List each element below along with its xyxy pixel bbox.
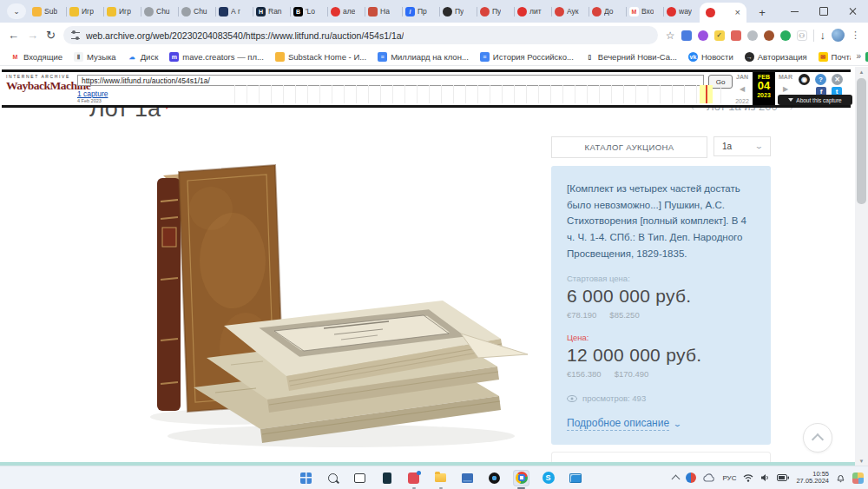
pinned-red-app-button[interactable]: [405, 470, 422, 486]
extension-gray-icon[interactable]: [747, 30, 758, 41]
file-explorer-button[interactable]: [432, 470, 449, 486]
browser-tab[interactable]: B 'Lo: [291, 0, 328, 23]
bookmark-item[interactable]: Ⅱ Музыка: [74, 52, 116, 62]
wayback-logo[interactable]: INTERNET ARCHIVE WaybackMachine: [6, 74, 76, 92]
bookmark-item[interactable]: ☁ Диск: [128, 52, 159, 62]
bookmark-star-icon[interactable]: ☆: [666, 30, 675, 42]
bookmark-item[interactable]: ≡ История Российско...: [480, 52, 574, 62]
music-icon: Ⅱ: [74, 52, 83, 62]
scrollbar-thumb[interactable]: [857, 78, 866, 204]
extensions-puzzle-icon[interactable]: ⚇: [797, 30, 807, 41]
browser-tab[interactable]: Chu: [141, 0, 179, 23]
start-button[interactable]: [298, 470, 314, 486]
search-button[interactable]: [325, 470, 341, 486]
tray-chevron-up-icon[interactable]: [672, 474, 681, 483]
bookmark-item[interactable]: Substack Home - И...: [275, 52, 366, 62]
close-toolbar-icon[interactable]: ✕: [832, 74, 843, 85]
bookmark-item[interactable]: m mave.creators — пл...: [169, 52, 264, 62]
site-info-icon[interactable]: [71, 32, 80, 39]
address-bar[interactable]: web.archive.org/web/20230204083540/https…: [63, 26, 658, 44]
outlook-button[interactable]: [459, 470, 476, 486]
bookmark-item[interactable]: ▯ Вечерний Нови-Са...: [585, 52, 677, 62]
browser-tab[interactable]: M Вхо: [627, 0, 664, 23]
back-button[interactable]: ←: [8, 29, 19, 42]
bookmark-item[interactable]: ✉ Почта: [819, 52, 854, 62]
speaker-icon[interactable]: [760, 473, 770, 482]
browser-tab[interactable]: way: [664, 0, 701, 23]
maximize-button[interactable]: [809, 0, 838, 23]
scroll-to-top-button[interactable]: [803, 423, 832, 453]
url-text[interactable]: web.archive.org/web/20230204083540/https…: [86, 30, 404, 41]
browser-tab[interactable]: H Ran: [253, 0, 291, 23]
camera-app-button[interactable]: [486, 470, 503, 486]
wifi-icon[interactable]: [743, 473, 753, 482]
browser-tab[interactable]: Игр: [104, 0, 141, 23]
browser-tab[interactable]: Игр: [67, 0, 104, 23]
about-this-capture-button[interactable]: About this capture: [778, 95, 852, 105]
active-tab[interactable]: ×: [700, 3, 746, 23]
new-tab-button[interactable]: +: [753, 3, 771, 21]
extension-chat-icon[interactable]: [681, 30, 692, 41]
tab-close-icon[interactable]: ×: [735, 8, 740, 17]
browser-tab[interactable]: На: [365, 0, 403, 23]
capture-timeline[interactable]: [234, 85, 729, 103]
browser-menu-icon[interactable]: ⋮: [851, 30, 860, 41]
tray-clock[interactable]: 10:55 27.05.2024: [796, 471, 829, 486]
terminal-app-button[interactable]: [378, 470, 395, 486]
page-scrollbar[interactable]: ▲ ▼: [855, 67, 868, 466]
browser-tab[interactable]: але: [328, 0, 365, 23]
browser-tab[interactable]: / Пр: [403, 0, 440, 23]
extension-notes-icon[interactable]: ✓: [714, 30, 725, 41]
reload-button[interactable]: ↻: [46, 29, 56, 42]
widgets-icon[interactable]: [852, 472, 864, 484]
browser-tab[interactable]: Аук: [552, 0, 589, 23]
lot-number-select[interactable]: 1а ⌄: [713, 136, 771, 156]
browser-tab[interactable]: Sub: [30, 0, 67, 23]
downloads-icon[interactable]: ↓: [820, 29, 826, 42]
details-link-label[interactable]: Подробное описание: [567, 417, 669, 431]
skype-button[interactable]: S: [540, 470, 556, 486]
screen-share-app-button[interactable]: [567, 470, 583, 486]
profile-icon[interactable]: ◉: [799, 74, 810, 85]
extension-purple-icon[interactable]: [698, 30, 708, 41]
browser-tab[interactable]: лит: [515, 0, 552, 23]
help-icon[interactable]: ?: [815, 74, 826, 85]
bookmark-item[interactable]: ≡ Миллиард на клон...: [378, 52, 469, 62]
extension-brown-icon[interactable]: [764, 30, 774, 41]
profile-avatar[interactable]: [832, 29, 845, 42]
extension-green-icon[interactable]: [780, 30, 791, 41]
eye-icon: [567, 395, 577, 402]
auction-catalog-button[interactable]: КАТАЛОГ АУКЦИОНА: [551, 136, 707, 158]
tray-app-icon[interactable]: [686, 472, 696, 483]
bookmark-item[interactable]: → Авторизация: [745, 52, 807, 62]
keyboard-language[interactable]: РУС: [722, 474, 736, 482]
chrome-button[interactable]: [513, 470, 529, 486]
browser-tab[interactable]: До: [589, 0, 627, 23]
bookmark-item[interactable]: vk Новости: [688, 52, 733, 62]
battery-icon[interactable]: [777, 474, 789, 481]
notifications-bell-icon[interactable]: [836, 473, 845, 483]
prev-month-label: JAN: [732, 74, 753, 80]
minimize-button[interactable]: [779, 0, 809, 23]
bookmark-item[interactable]: M Входящие: [10, 52, 62, 62]
current-year-label: 2023: [753, 92, 775, 98]
lot-photo[interactable]: [89, 130, 538, 464]
details-link[interactable]: Подробное описание ⌄: [567, 417, 755, 431]
bookmarks-overflow-chevron[interactable]: »: [851, 51, 861, 61]
scrollbar-up-arrow[interactable]: ▲: [855, 67, 868, 77]
captures-link[interactable]: 1 capture: [77, 89, 108, 98]
close-button[interactable]: [838, 0, 868, 23]
onedrive-cloud-icon[interactable]: [703, 473, 715, 482]
current-capture-block[interactable]: FEB 04 2023: [753, 72, 775, 105]
next-capture-arrow[interactable]: ▶: [775, 85, 796, 93]
browser-tab[interactable]: А г: [216, 0, 253, 23]
browser-tab[interactable]: Chu: [179, 0, 216, 23]
prev-capture-arrow[interactable]: ◀: [732, 85, 753, 93]
system-tray: РУС 10:55 27.05.2024: [673, 466, 864, 489]
forward-button[interactable]: →: [27, 29, 38, 42]
browser-tab[interactable]: Пу: [477, 0, 515, 23]
tab-search-button[interactable]: ⌄: [7, 3, 26, 19]
task-view-button[interactable]: [352, 470, 368, 486]
extension-pin-red-icon[interactable]: [731, 30, 741, 41]
browser-tab[interactable]: Пу: [440, 0, 477, 23]
